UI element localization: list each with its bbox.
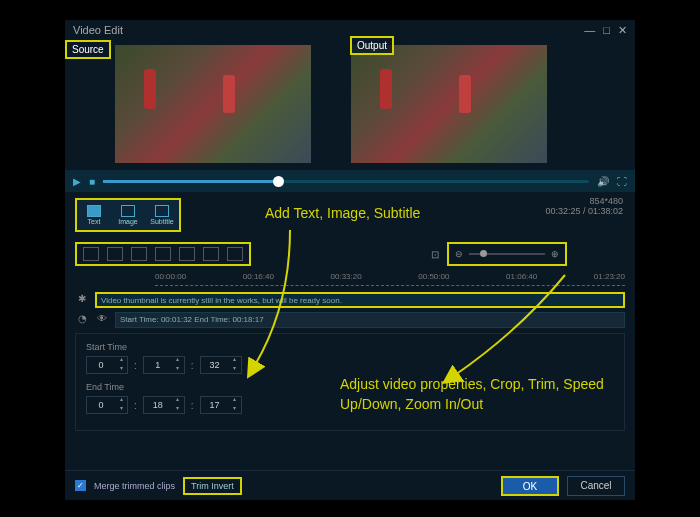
progress-knob[interactable] <box>273 176 284 187</box>
resolution-text: 854*480 <box>545 196 623 206</box>
end-seconds[interactable]: 17▴▾ <box>200 396 242 414</box>
source-preview <box>115 45 311 163</box>
tabs-group: Text Image Subtitle <box>75 198 181 232</box>
zoom-in-icon[interactable]: ⊕ <box>551 249 559 259</box>
playbar: ▶ ■ 🔊 ⛶ <box>65 170 635 192</box>
eye-icon[interactable]: 👁 <box>95 313 109 327</box>
tab-image[interactable]: Image <box>111 200 145 230</box>
image-icon <box>121 205 135 217</box>
source-label: Source <box>65 40 111 59</box>
subtitle-icon <box>155 205 169 217</box>
time-ruler: 00:00:00 00:16:40 00:33:20 00:50:00 01:0… <box>65 270 635 285</box>
start-hours[interactable]: 0▴▾ <box>86 356 128 374</box>
start-seconds[interactable]: 32▴▾ <box>200 356 242 374</box>
zoom-group: ⊖ ⊕ <box>447 242 567 266</box>
end-time-label: End Time <box>86 382 614 392</box>
end-minutes[interactable]: 18▴▾ <box>143 396 185 414</box>
film-icon: ✱ <box>75 293 89 307</box>
crop-icon[interactable] <box>83 247 99 261</box>
video-info: 854*480 00:32:25 / 01:38:02 <box>545 196 623 216</box>
split-icon[interactable] <box>131 247 147 261</box>
close-icon[interactable]: ✕ <box>618 24 627 37</box>
clock-icon: ◔ <box>75 313 89 327</box>
timecode-text: Start Time: 00:01:32 End Time: 00:18:17 <box>115 312 625 328</box>
fullscreen-icon[interactable]: ⛶ <box>617 176 627 187</box>
progress-track[interactable] <box>103 180 589 183</box>
minimize-icon[interactable]: — <box>584 24 595 37</box>
toolbox <box>75 242 251 266</box>
tab-subtitle[interactable]: Subtitle <box>145 200 179 230</box>
zoom-out-icon[interactable]: ⊖ <box>455 249 463 259</box>
merge-label: Merge trimmed clips <box>94 481 175 491</box>
speed-down-icon[interactable] <box>155 247 171 261</box>
video-track[interactable]: ✱ Video thumbnail is currently still in … <box>75 291 625 309</box>
tool-6-icon[interactable] <box>203 247 219 261</box>
window-title: Video Edit <box>73 24 123 36</box>
end-hours[interactable]: 0▴▾ <box>86 396 128 414</box>
output-preview <box>351 45 547 163</box>
trim-icon[interactable] <box>107 247 123 261</box>
time-track[interactable]: ◔ 👁 Start Time: 00:01:32 End Time: 00:18… <box>75 311 625 329</box>
maximize-icon[interactable]: □ <box>603 24 610 37</box>
output-label: Output <box>350 36 394 55</box>
cancel-button[interactable]: Cancel <box>567 476 625 496</box>
zoom-slider[interactable] <box>469 253 545 255</box>
start-time-label: Start Time <box>86 342 614 352</box>
tab-text[interactable]: Text <box>77 200 111 230</box>
trim-invert-button[interactable]: Trim Invert <box>183 477 242 495</box>
start-minutes[interactable]: 1▴▾ <box>143 356 185 374</box>
ok-button[interactable]: OK <box>501 476 559 496</box>
position-text: 00:32:25 / 01:38:02 <box>545 206 623 216</box>
play-icon[interactable]: ▶ <box>73 176 81 187</box>
fit-icon[interactable]: ⊡ <box>431 249 439 260</box>
speed-up-icon[interactable] <box>179 247 195 261</box>
tool-7-icon[interactable] <box>227 247 243 261</box>
stop-icon[interactable]: ■ <box>89 176 95 187</box>
merge-checkbox[interactable]: ✓ <box>75 480 86 491</box>
volume-icon[interactable]: 🔊 <box>597 176 609 187</box>
thumbnail-msg: Video thumbnail is currently still in th… <box>95 292 625 308</box>
preview-row <box>65 40 635 168</box>
text-icon <box>87 205 101 217</box>
